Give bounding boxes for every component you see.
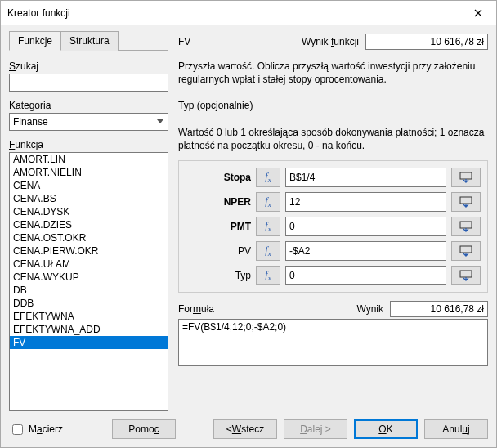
param-row: PVfx (186, 241, 481, 261)
titlebar: Kreator funkcji (1, 1, 496, 25)
function-description: Przyszła wartość. Oblicza przyszłą warto… (178, 60, 488, 86)
shrink-button[interactable] (451, 241, 481, 261)
param-title: Typ (opcjonalnie) (178, 99, 488, 112)
next-button[interactable]: Dalej > (284, 419, 347, 439)
param-name: PV (186, 245, 251, 257)
matrix-checkbox-wrap[interactable]: Macierz (9, 422, 63, 437)
function-list-item[interactable]: CENA.OST.OKR (10, 231, 168, 244)
param-name: NPER (186, 196, 251, 208)
tab-structure-label: Struktura (69, 35, 110, 47)
category-select[interactable]: Finanse (9, 113, 168, 131)
shrink-button[interactable] (451, 217, 481, 236)
back-button[interactable]: < Wstecz (213, 419, 277, 439)
right-panel: FV Wynik funkcji 10 616,78 zł Przyszła w… (178, 30, 488, 411)
function-list-item[interactable]: CENA.DYSK (10, 205, 168, 218)
formula-textarea[interactable] (178, 319, 488, 366)
param-description: Wartość 0 lub 1 określająca sposób dokon… (178, 126, 488, 152)
fx-button[interactable]: fx (256, 168, 280, 187)
result2-label: Wynik (356, 303, 383, 315)
function-list-item[interactable]: AMORT.LIN (10, 153, 168, 166)
function-list-item[interactable]: CENA.DZIES (10, 218, 168, 231)
function-list-item[interactable]: DDB (10, 297, 168, 310)
function-list-item[interactable]: DB (10, 284, 168, 297)
cancel-button[interactable]: Anuluj (424, 419, 488, 439)
fx-button[interactable]: fx (256, 266, 280, 285)
close-button[interactable] (459, 1, 496, 25)
param-row: PMTfx (186, 217, 481, 236)
dialog-body: Funkcje Struktura Szukaj Kategoria Finan… (1, 25, 496, 411)
function-list-item[interactable]: AMORT.NIELIN (10, 166, 168, 179)
function-list-item[interactable]: CENA.PIERW.OKR (10, 244, 168, 258)
category-label: Kategoria (9, 100, 168, 111)
search-label: Szukaj (9, 60, 168, 72)
function-label: Funkcja (9, 139, 168, 150)
fx-button[interactable]: fx (256, 192, 280, 212)
tab-bar: Funkcje Struktura (9, 30, 168, 51)
shrink-button[interactable] (451, 266, 481, 285)
svg-rect-1 (460, 197, 472, 204)
window-title: Kreator funkcji (7, 7, 70, 19)
fx-button[interactable]: fx (256, 241, 280, 261)
tab-structure[interactable]: Struktura (61, 31, 119, 51)
close-icon (474, 9, 482, 17)
footer: Macierz Pomoc < Wstecz Dalej > OK Anuluj (1, 411, 496, 447)
function-list-item[interactable]: CENA.WYKUP (10, 271, 168, 284)
result-header: FV Wynik funkcji 10 616,78 zł (178, 34, 488, 50)
function-list-item[interactable]: CENA.BS (10, 192, 168, 205)
param-name: PMT (186, 221, 251, 232)
param-input[interactable] (285, 217, 446, 236)
wizard-window: Kreator funkcji Funkcje Struktura Szukaj… (0, 0, 497, 448)
function-list-item[interactable]: EFEKTYWNA (10, 310, 168, 323)
result2-value: 10 616,78 zł (390, 301, 488, 317)
function-result-label: Wynik funkcji (302, 36, 359, 47)
function-list-item[interactable]: FV (10, 336, 168, 349)
ok-button[interactable]: OK (354, 419, 418, 439)
function-list[interactable]: AMORT.LINAMORT.NIELINCENACENA.BSCENA.DYS… (9, 152, 168, 411)
search-input[interactable] (9, 74, 168, 92)
shrink-button[interactable] (451, 168, 481, 187)
svg-rect-4 (460, 271, 472, 277)
tab-functions[interactable]: Funkcje (9, 31, 61, 51)
fx-button[interactable]: fx (256, 217, 280, 236)
param-row: Typfx (186, 266, 481, 285)
help-button[interactable]: Pomoc (112, 419, 176, 439)
param-input[interactable] (285, 192, 446, 212)
formula-label: Formuła (178, 303, 214, 315)
svg-rect-3 (460, 246, 472, 253)
matrix-label: Macierz (29, 423, 63, 435)
parameters-group: StopafxNPERfxPMTfxPVfxTypfx (178, 160, 488, 293)
left-panel: Funkcje Struktura Szukaj Kategoria Finan… (9, 30, 168, 411)
function-list-item[interactable]: CENA.UŁAM (10, 258, 168, 271)
svg-rect-0 (460, 172, 472, 179)
param-input[interactable] (285, 266, 446, 285)
matrix-checkbox[interactable] (12, 424, 23, 435)
param-name: Stopa (186, 172, 251, 183)
formula-header: Formuła Wynik 10 616,78 zł (178, 301, 488, 317)
param-name: Typ (186, 270, 251, 281)
param-row: NPERfx (186, 192, 481, 212)
tab-functions-label: Funkcje (18, 35, 52, 47)
function-result-value: 10 616,78 zł (365, 34, 488, 50)
function-list-item[interactable]: CENA (10, 179, 168, 192)
shrink-button[interactable] (451, 192, 481, 212)
category-select-wrap: Finanse (9, 113, 168, 136)
svg-rect-2 (460, 222, 472, 228)
current-function-name: FV (178, 36, 190, 47)
param-row: Stopafx (186, 168, 481, 187)
param-input[interactable] (285, 241, 446, 261)
function-list-item[interactable]: EFEKTYWNA_ADD (10, 323, 168, 336)
param-input[interactable] (285, 168, 446, 187)
